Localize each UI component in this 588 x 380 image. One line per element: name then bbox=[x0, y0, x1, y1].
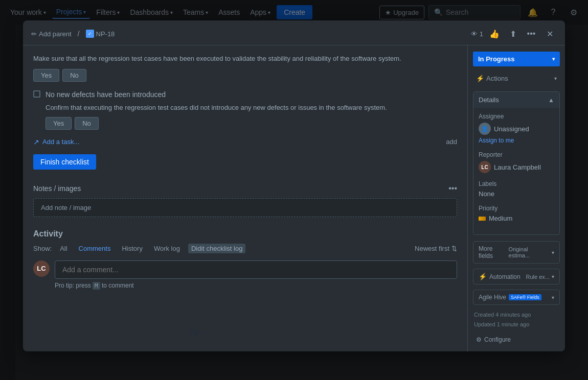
comment-input[interactable] bbox=[55, 260, 457, 279]
checklist-item-title-2: No new defects have been introduced bbox=[46, 90, 166, 100]
add-note-button[interactable]: Add note / image bbox=[33, 198, 457, 217]
close-button[interactable]: ✕ bbox=[542, 27, 557, 41]
assignee-avatar: 👤 bbox=[479, 123, 491, 135]
created-timestamp: Created 4 minutes ago bbox=[474, 310, 559, 320]
modal-sidebar: In Progress ▾ ⚡ Actions ▾ Details ▲ bbox=[468, 45, 565, 351]
notes-title: Notes / images bbox=[33, 184, 81, 193]
share-button[interactable]: ⬆ bbox=[506, 27, 520, 41]
automation-row[interactable]: ⚡ Automation Rule ex... ▾ bbox=[473, 269, 560, 284]
issue-type-icon: ✓ bbox=[86, 30, 94, 38]
checklist-desc-2: Confirm that executing the regression te… bbox=[46, 103, 457, 113]
newest-first-button[interactable]: Newest first ⇅ bbox=[415, 245, 457, 252]
modal-main-content: Make sure that all the regression test c… bbox=[23, 45, 468, 351]
assignee-label: Assignee bbox=[479, 113, 554, 120]
reporter-field: Reporter LC Laura Campbell bbox=[479, 151, 554, 173]
details-section: Details ▲ Assignee 👤 Unassigned bbox=[473, 91, 560, 235]
activity-title: Activity bbox=[33, 229, 457, 239]
finish-checklist-button[interactable]: Finish checklist bbox=[33, 154, 96, 170]
automation-chevron-icon: ▾ bbox=[552, 274, 554, 279]
eye-icon: 👁 bbox=[471, 30, 478, 38]
checklist-checkbox-2[interactable] bbox=[33, 90, 40, 98]
safe-badge: SAFe® Fields bbox=[509, 294, 541, 300]
filter-worklog[interactable]: Work log bbox=[151, 244, 183, 253]
more-fields-chevron-icon: ▾ bbox=[552, 250, 554, 255]
agile-chevron-icon: ▾ bbox=[552, 295, 554, 300]
details-collapse-icon: ▲ bbox=[548, 97, 554, 104]
reporter-avatar: LC bbox=[479, 161, 491, 173]
notes-header: Notes / images ••• bbox=[33, 184, 457, 193]
keyboard-shortcut: M bbox=[93, 282, 100, 290]
details-header[interactable]: Details ▲ bbox=[473, 92, 559, 108]
timestamps: Created 4 minutes ago Updated 1 minute a… bbox=[473, 310, 560, 329]
issue-modal: ✏ Add parent / ✓ NP-18 👁 1 👍 ⬆ ••• ✕ bbox=[23, 20, 565, 351]
updated-timestamp: Updated 1 minute ago bbox=[474, 320, 559, 329]
labels-field: Labels None bbox=[479, 180, 554, 198]
breadcrumb-id: ✓ NP-18 bbox=[86, 30, 115, 38]
activity-section: Activity Show: All Comments History Work… bbox=[33, 229, 457, 289]
status-chevron-icon: ▾ bbox=[552, 56, 555, 62]
add-parent-button[interactable]: ✏ Add parent bbox=[31, 30, 72, 38]
pro-tip: Pro tip: press M to comment bbox=[55, 282, 457, 289]
checklist-desc-1: Make sure that all the regression test c… bbox=[33, 54, 457, 64]
actions-row[interactable]: ⚡ Actions ▾ bbox=[473, 73, 560, 84]
modal-header: ✏ Add parent / ✓ NP-18 👁 1 👍 ⬆ ••• ✕ bbox=[23, 20, 565, 45]
agile-hive-row[interactable]: Agile Hive SAFe® Fields ▾ bbox=[473, 290, 560, 305]
filter-all[interactable]: All bbox=[57, 244, 70, 253]
priority-medium-icon bbox=[479, 217, 486, 221]
show-label: Show: bbox=[33, 245, 52, 252]
automation-lightning-icon: ⚡ bbox=[479, 273, 487, 280]
yes-button-1[interactable]: Yes bbox=[33, 69, 59, 82]
watch-button[interactable]: 👁 1 bbox=[471, 30, 483, 38]
breadcrumb-separator: / bbox=[78, 30, 80, 38]
unassigned-icon: 👤 bbox=[481, 126, 488, 132]
gear-icon: ⚙ bbox=[476, 336, 482, 343]
assign-to-me-link[interactable]: Assign to me bbox=[479, 137, 554, 144]
thumbs-up-button[interactable]: 👍 bbox=[487, 27, 502, 41]
filter-didit[interactable]: Didit checklist log bbox=[188, 244, 245, 253]
notes-section: Notes / images ••• Add note / image bbox=[33, 184, 457, 217]
current-user-avatar: LC bbox=[33, 260, 50, 277]
configure-row[interactable]: ⚙ Configure bbox=[473, 334, 560, 345]
labels-value: None bbox=[479, 190, 554, 198]
sort-icon: ⇅ bbox=[451, 245, 457, 252]
more-fields-row[interactable]: More fields Original estima... ▾ bbox=[473, 241, 560, 264]
reporter-label: Reporter bbox=[479, 151, 554, 158]
checklist-item-2: No new defects have been introduced bbox=[33, 90, 457, 100]
lightning-icon: ⚡ bbox=[476, 75, 484, 82]
reporter-value: LC Laura Campbell bbox=[479, 161, 554, 173]
automation-sub: Rule ex... bbox=[526, 274, 550, 280]
yes-no-row-1: Yes No bbox=[33, 69, 457, 82]
checklist-block-1: Make sure that all the regression test c… bbox=[33, 54, 457, 82]
actions-chevron-icon: ▾ bbox=[554, 76, 557, 81]
assignee-value: 👤 Unassigned bbox=[479, 123, 554, 135]
assignee-field: Assignee 👤 Unassigned Assign to me bbox=[479, 113, 554, 144]
filter-comments[interactable]: Comments bbox=[76, 244, 114, 253]
priority-field: Priority Medium bbox=[479, 205, 554, 222]
comment-row: LC bbox=[33, 260, 457, 279]
priority-label: Priority bbox=[479, 205, 554, 212]
modal-header-actions: 👁 1 👍 ⬆ ••• ✕ bbox=[471, 27, 557, 41]
status-button[interactable]: In Progress ▾ bbox=[473, 52, 560, 66]
modal-overlay: ✏ Add parent / ✓ NP-18 👁 1 👍 ⬆ ••• ✕ bbox=[0, 0, 588, 380]
labels-label: Labels bbox=[479, 180, 554, 187]
yes-button-2[interactable]: Yes bbox=[46, 117, 72, 130]
add-task-icon: ↗ bbox=[33, 138, 39, 146]
agile-hive-label: Agile Hive bbox=[479, 294, 506, 301]
details-body: Assignee 👤 Unassigned Assign to me bbox=[473, 108, 559, 234]
more-fields-sub: Original estima... bbox=[509, 246, 551, 258]
yes-no-row-2: Yes No bbox=[46, 117, 457, 130]
add-task-row[interactable]: ↗ Add a task... add bbox=[33, 138, 457, 146]
activity-filter-row: Show: All Comments History Work log Didi… bbox=[33, 244, 457, 253]
filter-history[interactable]: History bbox=[119, 244, 145, 253]
more-options-button[interactable]: ••• bbox=[524, 27, 538, 41]
modal-body: Make sure that all the regression test c… bbox=[23, 45, 565, 351]
details-label: Details bbox=[479, 96, 499, 104]
pencil-icon: ✏ bbox=[31, 30, 37, 38]
priority-value: Medium bbox=[479, 215, 554, 222]
notes-more-button[interactable]: ••• bbox=[448, 184, 457, 193]
no-button-1[interactable]: No bbox=[62, 69, 86, 82]
no-button-2[interactable]: No bbox=[75, 117, 99, 130]
